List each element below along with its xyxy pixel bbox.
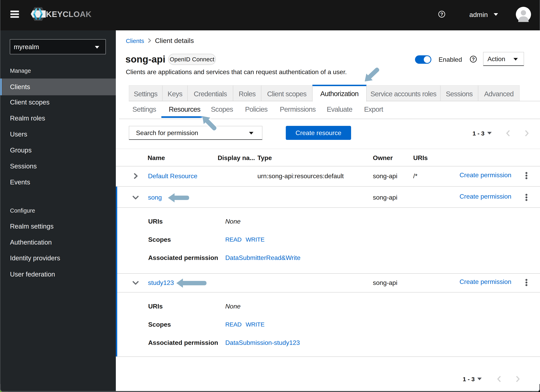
svg-text:KEYCLOAK: KEYCLOAK [46,10,91,19]
